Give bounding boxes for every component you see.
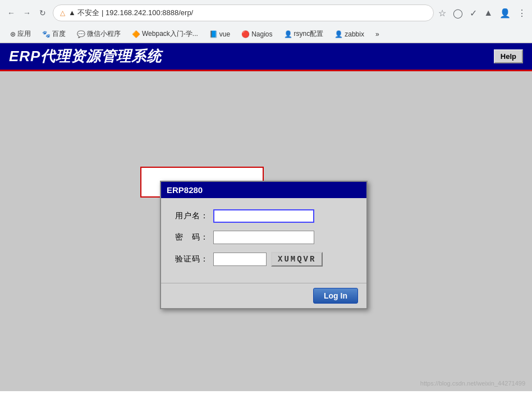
dialog-body: 用户名： 密 码： 验证码： XUMQVR bbox=[161, 198, 366, 283]
bookmark-baidu[interactable]: 🐾 百度 bbox=[38, 28, 70, 40]
back-button[interactable]: ← bbox=[6, 7, 17, 19]
nagios-icon: 🔴 bbox=[241, 30, 250, 38]
watermark: https://blog.csdn.net/weixin_44271499 bbox=[420, 380, 525, 387]
username-row: 用户名： bbox=[172, 209, 355, 223]
bookmark-wechat[interactable]: 💬 微信小程序 bbox=[72, 28, 125, 40]
username-label: 用户名： bbox=[172, 211, 209, 221]
page-area: ERP代理资源管理系统 Help ERP8280 用户名： 密 码： bbox=[0, 43, 532, 393]
captcha-label: 验证码： bbox=[172, 254, 209, 264]
browser-chrome: ← → ↻ △ ▲ 不安全 | 192.168.242.100:8888/erp… bbox=[0, 0, 532, 43]
bookmark-label: zabbix bbox=[345, 30, 364, 38]
password-row: 密 码： bbox=[172, 231, 355, 244]
bookmark-label: Webpack入门-学... bbox=[142, 29, 198, 39]
url-text: ▲ 不安全 | 192.168.242.100:8888/erp/ bbox=[68, 8, 193, 18]
dialog-title: ERP8280 bbox=[167, 185, 203, 195]
help-button[interactable]: Help bbox=[494, 49, 523, 63]
bookmark-rsync[interactable]: 👤 rsync配置 bbox=[279, 28, 328, 40]
lock-icon: △ bbox=[60, 9, 65, 17]
vue-icon: 📘 bbox=[209, 30, 218, 38]
bookmark-more[interactable]: » bbox=[371, 29, 384, 39]
dialog-titlebar: ERP8280 bbox=[161, 182, 366, 198]
browser-nav: ← → ↻ △ ▲ 不安全 | 192.168.242.100:8888/erp… bbox=[0, 0, 532, 26]
password-input[interactable] bbox=[213, 231, 314, 244]
star-icon[interactable]: ☆ bbox=[438, 8, 446, 19]
extensions-icon[interactable]: ▲ bbox=[484, 8, 493, 18]
bookmark-vue[interactable]: 📘 vue bbox=[205, 29, 235, 39]
wechat-icon: 💬 bbox=[77, 30, 85, 38]
baidu-icon: 🐾 bbox=[42, 30, 51, 38]
forward-button[interactable]: → bbox=[21, 7, 33, 19]
bookmark-label: vue bbox=[219, 30, 230, 38]
webpack-icon: 🔶 bbox=[132, 30, 140, 38]
address-bar[interactable]: △ ▲ 不安全 | 192.168.242.100:8888/erp/ bbox=[53, 4, 434, 21]
captcha-controls: XUMQVR bbox=[213, 252, 323, 267]
login-button[interactable]: Log In bbox=[313, 288, 358, 304]
reload-button[interactable]: ↻ bbox=[37, 7, 48, 19]
bookmark-label: 应用 bbox=[17, 29, 31, 39]
page-content: ERP8280 用户名： 密 码： 验证码： XUM bbox=[0, 71, 532, 391]
bookmark-label: 百度 bbox=[52, 29, 66, 39]
bookmark-label: » bbox=[375, 30, 379, 38]
address-prefix: ▲ 不安全 | bbox=[68, 8, 106, 17]
check-icon[interactable]: ✓ bbox=[470, 8, 477, 19]
address-value: 192.168.242.100:8888/erp/ bbox=[106, 8, 193, 17]
google-icon[interactable]: ◯ bbox=[453, 8, 463, 19]
bookmarks-bar: ⊛ 应用 🐾 百度 💬 微信小程序 🔶 Webpack入门-学... 📘 vue… bbox=[0, 26, 532, 43]
bookmark-webpack[interactable]: 🔶 Webpack入门-学... bbox=[127, 28, 203, 40]
bookmark-label: 微信小程序 bbox=[87, 29, 121, 39]
captcha-image[interactable]: XUMQVR bbox=[271, 252, 323, 267]
bookmark-nagios[interactable]: 🔴 Nagios bbox=[237, 29, 277, 39]
password-label: 密 码： bbox=[172, 232, 209, 242]
login-dialog: ERP8280 用户名： 密 码： 验证码： XUM bbox=[160, 181, 368, 309]
zabbix-icon: 👤 bbox=[334, 30, 343, 38]
apps-icon: ⊛ bbox=[10, 30, 16, 38]
rsync-icon: 👤 bbox=[284, 30, 292, 38]
account-icon[interactable]: 👤 bbox=[499, 8, 511, 19]
menu-icon[interactable]: ⋮ bbox=[517, 8, 526, 19]
bookmark-label: Nagios bbox=[251, 30, 272, 38]
bookmark-apps[interactable]: ⊛ 应用 bbox=[6, 28, 35, 40]
nav-icons: ☆ ◯ ✓ ▲ 👤 ⋮ bbox=[438, 8, 526, 19]
captcha-input[interactable] bbox=[213, 253, 267, 266]
bookmark-label: rsync配置 bbox=[294, 29, 324, 39]
dialog-footer: Log In bbox=[161, 283, 366, 308]
erp-header: ERP代理资源管理系统 Help bbox=[0, 43, 532, 71]
erp-title: ERP代理资源管理系统 bbox=[9, 47, 162, 66]
bookmark-zabbix[interactable]: 👤 zabbix bbox=[330, 29, 369, 39]
captcha-row: 验证码： XUMQVR bbox=[172, 252, 355, 267]
username-input[interactable] bbox=[213, 209, 314, 223]
